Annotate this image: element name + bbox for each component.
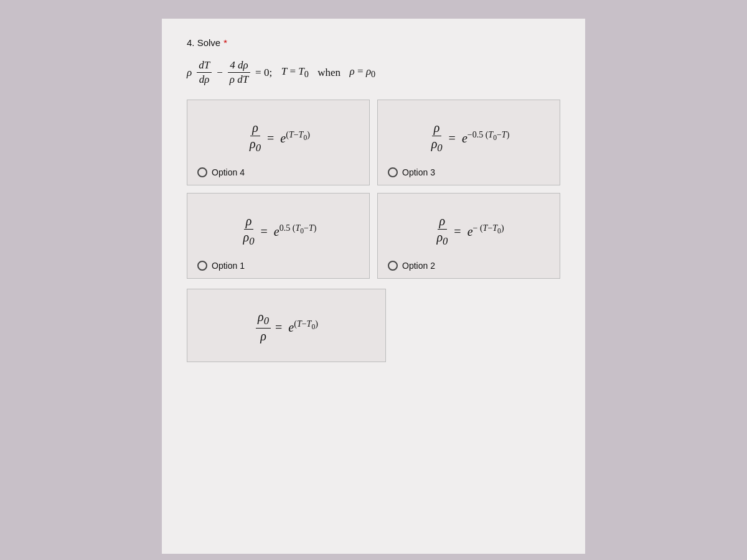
option-2-formula: ρ ρ0 = e− (T−T0) (388, 206, 550, 256)
option-2-label: Option 2 (402, 261, 435, 271)
option-2-label-row: Option 2 (388, 261, 435, 271)
option-4-label-row: Option 4 (197, 167, 245, 177)
required-marker: * (223, 37, 227, 48)
bottom-option-cell: ρ0 ρ = e(T−T0) (187, 289, 386, 362)
option-3-label: Option 3 (402, 167, 435, 177)
option-4-formula: ρ ρ0 = e(T−T0) (197, 113, 359, 162)
option-1-label-row: Option 1 (197, 261, 245, 271)
option-4-label: Option 4 (212, 167, 245, 177)
option-4-cell: ρ ρ0 = e(T−T0) Option 4 (187, 100, 370, 185)
equation-header: ρ dT dρ − 4 dρ ρ dT = 0; T = T0 when ρ =… (187, 59, 560, 86)
options-grid: ρ ρ0 = e(T−T0) Option 4 ρ ρ0 = e−0.5 (T0… (187, 100, 560, 279)
option-3-label-row: Option 3 (388, 167, 435, 177)
option-2-cell: ρ ρ0 = e− (T−T0) Option 2 (377, 193, 560, 279)
option-4-radio[interactable] (197, 167, 207, 177)
option-3-radio[interactable] (388, 167, 398, 177)
option-3-cell: ρ ρ0 = e−0.5 (T0−T) Option 3 (377, 100, 560, 185)
question-title: 4. Solve * (187, 37, 560, 48)
option-1-cell: ρ ρ0 = e0.5 (T0−T) Option 1 (187, 193, 370, 279)
option-1-label: Option 1 (212, 261, 245, 271)
option-2-radio[interactable] (388, 261, 398, 271)
option-1-formula: ρ ρ0 = e0.5 (T0−T) (197, 206, 359, 256)
option-3-formula: ρ ρ0 = e−0.5 (T0−T) (388, 113, 550, 162)
page-container: 4. Solve * ρ dT dρ − 4 dρ ρ dT = 0; T = … (162, 19, 585, 554)
bottom-formula: ρ0 ρ = e(T−T0) (197, 302, 375, 352)
option-1-radio[interactable] (197, 261, 207, 271)
